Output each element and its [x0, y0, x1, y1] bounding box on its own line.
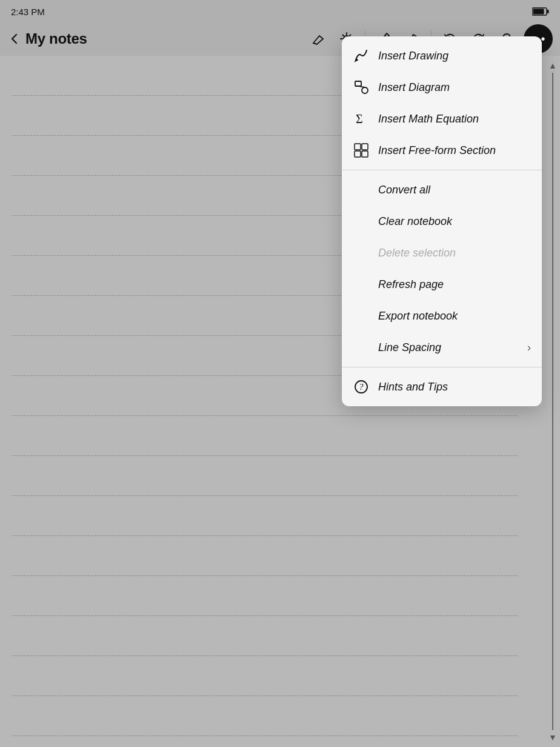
eraser-button[interactable]	[304, 25, 331, 52]
drawing-icon	[353, 47, 370, 64]
svg-rect-23	[362, 151, 368, 157]
line-spacing-chevron-icon: ›	[527, 341, 531, 354]
menu-item-insert-freeform[interactable]: Insert Free-form Section	[342, 135, 542, 166]
menu-item-delete-selection[interactable]: Delete selection	[342, 237, 542, 269]
notebook-line	[12, 496, 518, 536]
menu-item-insert-freeform-label: Insert Free-form Section	[378, 144, 496, 157]
svg-rect-21	[362, 144, 368, 150]
svg-rect-22	[355, 151, 361, 157]
notebook-line	[12, 696, 518, 736]
convert-all-icon	[353, 181, 370, 198]
menu-item-insert-math[interactable]: Σ Insert Math Equation	[342, 103, 542, 135]
scroll-up-arrow[interactable]: ▲	[548, 61, 557, 70]
menu-item-export-notebook-label: Export notebook	[378, 310, 458, 323]
menu-item-refresh-page-label: Refresh page	[378, 278, 444, 291]
clear-notebook-icon	[353, 213, 370, 230]
menu-item-delete-selection-label: Delete selection	[378, 247, 456, 260]
refresh-page-icon	[353, 276, 370, 293]
page-title: My notes	[25, 30, 87, 47]
notebook-line	[12, 416, 518, 456]
svg-text:Σ: Σ	[356, 112, 363, 126]
notebook-line	[12, 616, 518, 656]
menu-item-insert-diagram[interactable]: Insert Diagram	[342, 72, 542, 103]
notebook-line	[12, 576, 518, 616]
math-icon: Σ	[353, 110, 370, 127]
scroll-thumb	[552, 73, 553, 730]
svg-rect-1	[547, 10, 549, 13]
menu-item-refresh-page[interactable]: Refresh page	[342, 269, 542, 300]
menu-item-insert-math-label: Insert Math Equation	[378, 113, 479, 126]
notebook-line	[12, 456, 518, 496]
status-time: 2:43 PM	[11, 7, 45, 17]
battery-icon	[532, 7, 549, 16]
menu-section-insert: Insert Drawing Insert Diagram Σ Insert M…	[342, 36, 542, 170]
menu-item-hints-tips-label: Hints and Tips	[378, 381, 448, 394]
back-arrow-icon	[7, 32, 22, 46]
toolbar-left: My notes	[7, 30, 304, 47]
menu-section-actions: Convert all Clear notebook Delete select…	[342, 170, 542, 367]
status-bar: 2:43 PM	[0, 0, 560, 22]
menu-item-clear-notebook-label: Clear notebook	[378, 215, 452, 228]
freeform-icon	[353, 142, 370, 159]
menu-section-help: ? Hints and Tips	[342, 367, 542, 406]
svg-line-18	[358, 86, 365, 87]
menu-item-line-spacing-label: Line Spacing	[378, 341, 441, 354]
menu-item-insert-drawing[interactable]: Insert Drawing	[342, 40, 542, 72]
menu-item-insert-drawing-label: Insert Drawing	[378, 50, 448, 62]
menu-item-insert-diagram-label: Insert Diagram	[378, 81, 450, 94]
eraser-icon	[310, 31, 325, 47]
status-right	[532, 7, 549, 16]
back-button[interactable]: My notes	[7, 30, 87, 47]
svg-rect-16	[355, 81, 361, 86]
export-notebook-icon	[353, 307, 370, 324]
diagram-icon	[353, 79, 370, 96]
menu-item-convert-all[interactable]: Convert all	[342, 174, 542, 206]
svg-rect-20	[355, 144, 361, 150]
menu-item-clear-notebook[interactable]: Clear notebook	[342, 206, 542, 237]
menu-item-hints-tips[interactable]: ? Hints and Tips	[342, 371, 542, 403]
svg-line-8	[343, 35, 344, 36]
line-spacing-icon	[353, 339, 370, 356]
notebook-line	[12, 656, 518, 696]
notebook-line	[12, 536, 518, 576]
help-icon: ?	[353, 378, 370, 395]
scroll-down-arrow[interactable]: ▼	[548, 732, 557, 742]
menu-item-export-notebook[interactable]: Export notebook	[342, 300, 542, 332]
delete-selection-icon	[353, 244, 370, 261]
menu-item-convert-all-label: Convert all	[378, 184, 430, 196]
svg-text:?: ?	[359, 383, 364, 392]
scrollbar-track: ▲ ▼	[545, 56, 560, 747]
svg-rect-2	[533, 9, 544, 15]
svg-point-17	[362, 87, 368, 93]
menu-item-line-spacing[interactable]: Line Spacing ›	[342, 332, 542, 363]
dropdown-menu: Insert Drawing Insert Diagram Σ Insert M…	[342, 36, 542, 406]
